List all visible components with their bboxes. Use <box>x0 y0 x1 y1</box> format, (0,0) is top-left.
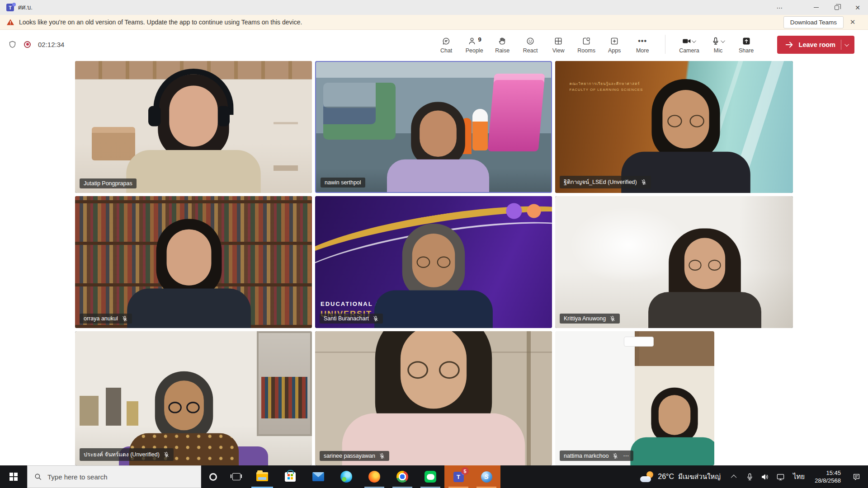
search-input[interactable] <box>47 466 201 488</box>
people-button[interactable]: 9 People <box>465 36 483 54</box>
participant-name: Santi Buranachart <box>324 315 369 322</box>
start-button[interactable] <box>0 465 27 488</box>
participant-name-chip: Santi Buranachart <box>320 314 383 324</box>
video-tile-thitikan[interactable]: คณะวิทยาการเรียนรู้และศึกษาศาสตร์ FACULT… <box>555 61 793 193</box>
line-app-icon <box>425 471 436 483</box>
clock[interactable]: 15:45 28/8/2568 <box>809 469 846 484</box>
video-tile-prayong[interactable]: ประยงค์ จันทร์แดง (Unverified) <box>75 331 312 465</box>
scene-decoration <box>624 337 654 347</box>
video-tile-sarinee[interactable]: sarinee passayawan <box>315 331 552 465</box>
toolbar-divider <box>665 35 665 54</box>
video-tile-jutatip[interactable]: Jutatip Pongprapas <box>75 61 312 193</box>
participant-name-chip: sarinee passayawan <box>320 451 389 461</box>
window-more-button[interactable]: ⋯ <box>769 0 790 15</box>
camera-options-chevron-icon[interactable] <box>692 38 696 43</box>
video-tile-santi[interactable]: EDUCATIONAL A UNIVERSIT Santi Buranachar… <box>315 196 552 328</box>
mic-muted-icon <box>379 453 385 459</box>
react-button[interactable]: React <box>521 36 539 54</box>
mic-muted-icon <box>373 315 379 322</box>
recording-indicator-icon <box>24 41 31 48</box>
view-button[interactable]: View <box>549 36 567 54</box>
cortana-icon <box>209 473 217 481</box>
raise-hand-button[interactable]: Raise <box>493 36 511 54</box>
window-minimize-button[interactable] <box>806 0 826 15</box>
weather-widget[interactable]: 26°C มีเมฆส่วนใหญ่ <box>634 471 727 482</box>
scene-decoration <box>488 74 545 151</box>
participant-name-chip: orraya anukul <box>80 314 132 324</box>
video-tile-nattima[interactable]: nattima markchoo ⋯ <box>555 331 714 465</box>
person-silhouette <box>341 331 526 465</box>
participant-name-chip: Jutatip Pongprapas <box>80 178 137 188</box>
store-icon <box>285 472 296 482</box>
tile-more-options-button[interactable]: ⋯ <box>623 452 629 459</box>
apps-icon <box>610 37 619 46</box>
mic-muted-icon <box>609 315 616 322</box>
window-restore-button[interactable] <box>826 0 847 15</box>
video-tile-krittiya[interactable]: Krittiya Anuwong <box>555 196 793 328</box>
cortana-button[interactable] <box>201 465 225 488</box>
banner-close-button[interactable]: ✕ <box>844 18 862 26</box>
taskbar-microsoft-store[interactable] <box>276 465 304 488</box>
weather-temperature: 26°C <box>658 473 674 481</box>
search-icon <box>34 473 42 481</box>
mic-muted-icon <box>122 315 128 322</box>
meeting-security-shield-icon[interactable] <box>8 40 17 49</box>
teams-app-icon <box>6 4 14 11</box>
taskbar-edge[interactable] <box>332 465 360 488</box>
download-teams-button[interactable]: Download Teams <box>783 16 844 28</box>
show-hidden-icons-button[interactable] <box>727 475 742 479</box>
chrome-icon <box>396 471 408 483</box>
rooms-button[interactable]: Rooms <box>577 36 595 54</box>
share-button[interactable]: Share <box>737 36 755 54</box>
mic-button[interactable]: Mic <box>709 36 727 54</box>
taskbar-skype[interactable] <box>472 465 500 488</box>
more-actions-button[interactable]: ••• More <box>633 36 651 54</box>
participant-video <box>75 196 312 328</box>
volume-button[interactable] <box>758 473 773 481</box>
chat-button[interactable]: Chat <box>437 36 455 54</box>
tray-microphone-button[interactable] <box>742 473 758 481</box>
taskbar-firefox[interactable] <box>360 465 388 488</box>
monitor-icon <box>776 473 785 481</box>
camera-button[interactable]: Camera <box>679 36 699 54</box>
participant-name: sarinee passayawan <box>324 453 375 459</box>
minimize-icon <box>814 7 819 8</box>
taskbar-search[interactable] <box>27 465 201 488</box>
person-silhouette <box>127 219 251 328</box>
video-tile-nawin-speaking[interactable]: nawin serthpol <box>315 61 552 193</box>
taskbar-teams[interactable]: 5 <box>444 465 472 488</box>
task-view-button[interactable] <box>225 465 248 488</box>
participant-name-chip: nattima markchoo ⋯ <box>560 450 633 461</box>
event-logos <box>503 202 545 221</box>
file-explorer-icon <box>256 472 268 481</box>
meeting-toolbar: 02:12:34 Chat 9 People Raise React View <box>0 30 868 59</box>
people-count-badge: 9 <box>478 36 481 43</box>
window-close-button[interactable]: ✕ <box>847 0 868 15</box>
language-indicator[interactable]: ไทย <box>788 471 809 482</box>
mic-options-chevron-icon[interactable] <box>721 38 725 43</box>
chat-icon <box>442 37 451 46</box>
more-dots-icon: ••• <box>638 36 647 46</box>
video-tile-orraya[interactable]: orraya anukul <box>75 196 312 328</box>
camera-icon <box>682 37 691 46</box>
apps-button[interactable]: Apps <box>605 36 623 54</box>
taskbar-chrome[interactable] <box>388 465 416 488</box>
network-display-button[interactable] <box>773 473 788 481</box>
taskbar-mail[interactable] <box>304 465 332 488</box>
leave-options-chevron-icon[interactable] <box>844 42 849 47</box>
action-center-button[interactable] <box>846 473 866 481</box>
leave-room-button[interactable]: Leave room <box>777 36 854 54</box>
taskbar-line[interactable] <box>416 465 444 488</box>
leave-arrow-icon <box>784 40 794 50</box>
taskbar-file-explorer[interactable] <box>248 465 276 488</box>
teams-notification-badge: 5 <box>461 467 469 475</box>
windows-taskbar: 5 26°C มีเมฆส่วนใหญ่ ไทย 15:45 28/8/2568 <box>0 465 868 488</box>
teams-meeting-window: ศศ.บ. ⋯ ✕ Looks like you're on an old ve… <box>0 0 868 488</box>
person-silhouette <box>648 229 762 328</box>
participant-name-chip: Krittiya Anuwong <box>560 314 620 324</box>
scene-decoration <box>261 377 307 418</box>
restore-icon <box>835 5 839 10</box>
video-grid: Jutatip Pongprapas nawin serthpol คณะวิท… <box>75 61 793 465</box>
participant-name: ฐิติกาญจน์_LSEd (Unverified) <box>564 178 637 187</box>
meeting-stage: Jutatip Pongprapas nawin serthpol คณะวิท… <box>0 59 868 465</box>
